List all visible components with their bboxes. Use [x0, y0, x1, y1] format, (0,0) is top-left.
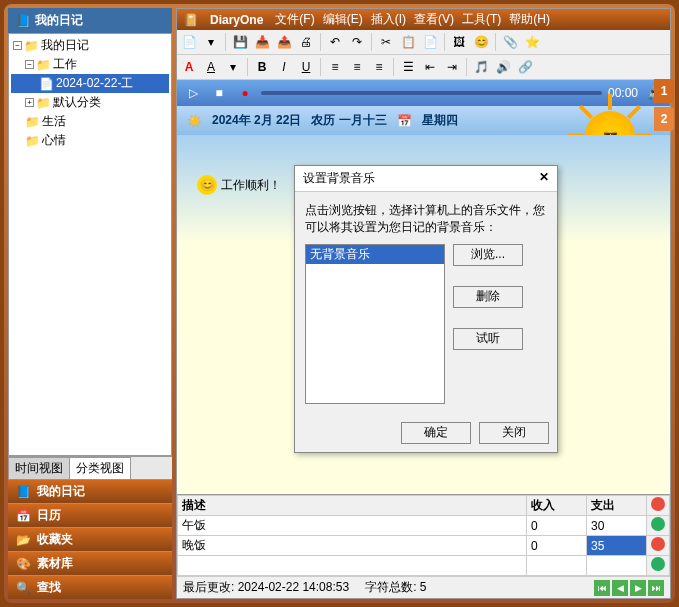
tree-work[interactable]: − 📁 工作 [11, 55, 169, 74]
print-icon[interactable]: 🖨 [296, 32, 316, 52]
dropdown-icon[interactable]: ▾ [223, 57, 243, 77]
nav-favorites[interactable]: 📂收藏夹 [8, 527, 172, 551]
dropdown-icon[interactable]: ▾ [201, 32, 221, 52]
redo-icon[interactable]: ↷ [347, 32, 367, 52]
table-row[interactable]: 晚饭 0 35 [178, 536, 670, 556]
side-tab-2[interactable]: 2 [654, 107, 674, 131]
outdent-icon[interactable]: ⇤ [420, 57, 440, 77]
side-tab-1[interactable]: 1 [654, 79, 674, 103]
music-icon[interactable]: 🎵 [471, 57, 491, 77]
cell-desc[interactable]: 晚饭 [178, 536, 527, 556]
menu-insert[interactable]: 插入(I) [371, 11, 406, 28]
delete-button[interactable]: 删除 [453, 286, 523, 308]
nav-materials[interactable]: 🎨素材库 [8, 551, 172, 575]
tab-time-view[interactable]: 时间视图 [8, 457, 70, 479]
prev-icon[interactable]: ◀ [612, 580, 628, 596]
smiley-icon: 😊 [197, 175, 217, 195]
menu-help[interactable]: 帮助(H) [509, 11, 550, 28]
menu-tools[interactable]: 工具(T) [462, 11, 501, 28]
close-icon[interactable]: ✕ [539, 170, 549, 187]
new-icon[interactable]: 📄 [179, 32, 199, 52]
menu-view[interactable]: 查看(V) [414, 11, 454, 28]
font-icon[interactable]: A [201, 57, 221, 77]
diary-tree[interactable]: − 📁 我的日记 − 📁 工作 📄 2024-02-22-工 + 📁 默认分类 … [8, 33, 172, 456]
table-row[interactable]: 午饭 0 30 [178, 516, 670, 536]
menu-edit[interactable]: 编辑(E) [323, 11, 363, 28]
indent-icon[interactable]: ⇥ [442, 57, 462, 77]
file-icon: 📄 [39, 77, 54, 91]
cell-income[interactable]: 0 [527, 516, 587, 536]
ok-button[interactable]: 确定 [401, 422, 471, 444]
nav-search[interactable]: 🔍查找 [8, 575, 172, 599]
paste-icon[interactable]: 📄 [420, 32, 440, 52]
tree-label: 生活 [42, 113, 66, 130]
delete-icon[interactable] [651, 497, 665, 511]
star-icon[interactable]: ⭐ [522, 32, 542, 52]
diary-text[interactable]: 工作顺利！ [221, 177, 281, 194]
underline-icon[interactable]: U [296, 57, 316, 77]
separator [495, 33, 496, 51]
music-list[interactable]: 无背景音乐 [305, 244, 445, 404]
last-icon[interactable]: ⏭ [648, 580, 664, 596]
expand-icon[interactable]: + [25, 98, 34, 107]
tree-default[interactable]: + 📁 默认分类 [11, 93, 169, 112]
search-icon: 🔍 [16, 581, 31, 595]
cell-income[interactable]: 0 [527, 536, 587, 556]
tab-category-view[interactable]: 分类视图 [69, 457, 131, 479]
cell-desc[interactable]: 午饭 [178, 516, 527, 536]
weather-icon[interactable]: ☀️ [187, 114, 202, 128]
tree-root[interactable]: − 📁 我的日记 [11, 36, 169, 55]
collapse-icon[interactable]: − [25, 60, 34, 69]
app-icon: 📔 [183, 13, 198, 27]
collapse-icon[interactable]: − [13, 41, 22, 50]
export-icon[interactable]: 📤 [274, 32, 294, 52]
calendar-icon[interactable]: 📅 [397, 114, 412, 128]
close-button[interactable]: 关闭 [479, 422, 549, 444]
stop-icon[interactable]: ■ [209, 83, 229, 103]
music-item-none[interactable]: 无背景音乐 [306, 245, 444, 264]
copy-icon[interactable]: 📋 [398, 32, 418, 52]
tree-label: 2024-02-22-工 [56, 75, 133, 92]
cell-expense[interactable]: 35 [587, 536, 647, 556]
menu-file[interactable]: 文件(F) [275, 11, 314, 28]
save-icon[interactable]: 💾 [230, 32, 250, 52]
list-icon[interactable]: ☰ [398, 57, 418, 77]
cut-icon[interactable]: ✂ [376, 32, 396, 52]
menu-bar: 文件(F) 编辑(E) 插入(I) 查看(V) 工具(T) 帮助(H) [275, 11, 550, 28]
confirm-icon[interactable] [651, 557, 665, 571]
image-icon[interactable]: 🖼 [449, 32, 469, 52]
align-center-icon[interactable]: ≡ [347, 57, 367, 77]
add-icon[interactable] [651, 517, 665, 531]
preview-button[interactable]: 试听 [453, 328, 523, 350]
align-left-icon[interactable]: ≡ [325, 57, 345, 77]
nav-calendar[interactable]: 📅日历 [8, 503, 172, 527]
action-cell [647, 556, 670, 576]
tree-life[interactable]: 📁 生活 [11, 112, 169, 131]
dialog-body: 点击浏览按钮，选择计算机上的音乐文件，您可以将其设置为您日记的背景音乐： 无背景… [295, 192, 557, 414]
cell-expense[interactable]: 30 [587, 516, 647, 536]
tree-entry[interactable]: 📄 2024-02-22-工 [11, 74, 169, 93]
table-row-empty[interactable] [178, 556, 670, 576]
bold-icon[interactable]: B [252, 57, 272, 77]
attach-icon[interactable]: 📎 [500, 32, 520, 52]
italic-icon[interactable]: I [274, 57, 294, 77]
folder-icon: 📁 [36, 96, 51, 110]
audio-slider[interactable] [261, 91, 602, 95]
record-icon[interactable]: ● [235, 83, 255, 103]
font-color-icon[interactable]: A [179, 57, 199, 77]
next-icon[interactable]: ▶ [630, 580, 646, 596]
first-icon[interactable]: ⏮ [594, 580, 610, 596]
link-icon[interactable]: 🔗 [515, 57, 535, 77]
emoji-icon[interactable]: 😊 [471, 32, 491, 52]
play-icon[interactable]: ▷ [183, 83, 203, 103]
nav-diary[interactable]: 📘我的日记 [8, 479, 172, 503]
browse-button[interactable]: 浏览... [453, 244, 523, 266]
folder-icon: 📁 [25, 115, 40, 129]
tree-mood[interactable]: 📁 心情 [11, 131, 169, 150]
undo-icon[interactable]: ↶ [325, 32, 345, 52]
remove-icon[interactable] [651, 537, 665, 551]
nav-label: 日历 [37, 507, 61, 524]
align-right-icon[interactable]: ≡ [369, 57, 389, 77]
import-icon[interactable]: 📥 [252, 32, 272, 52]
sound-icon[interactable]: 🔊 [493, 57, 513, 77]
